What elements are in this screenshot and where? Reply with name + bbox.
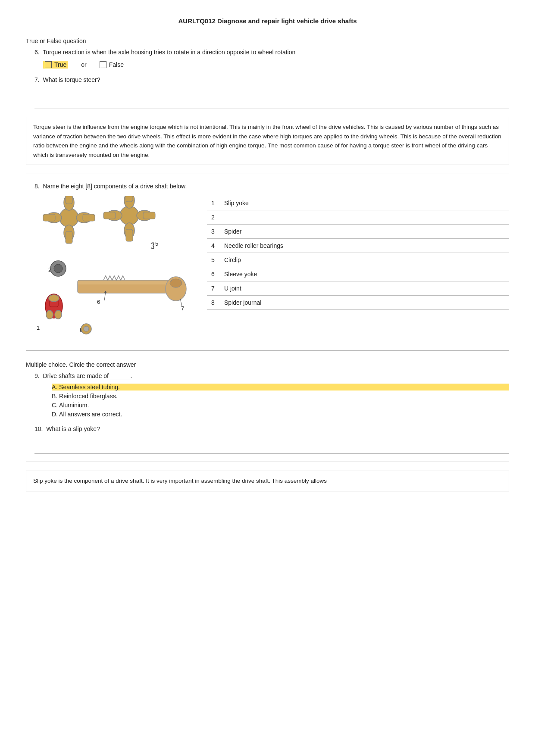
section-tf-label: True or False question	[26, 37, 509, 44]
component-name: Spider journal	[220, 296, 509, 310]
component-name: Slip yoke	[220, 196, 509, 210]
svg-rect-25	[78, 281, 172, 284]
svg-rect-18	[143, 212, 155, 219]
svg-rect-16	[126, 229, 133, 241]
q10-text: 10. What is a slip yoke?	[34, 425, 509, 432]
component-num: 2	[207, 210, 220, 225]
page-title: AURLTQ012 Diagnose and repair light vehi…	[26, 17, 509, 25]
false-label: False	[109, 61, 124, 68]
q9-number: 9.	[34, 372, 40, 379]
table-row: 6Sleeve yoke	[207, 267, 509, 281]
true-label: True	[54, 61, 66, 68]
table-row: 4Needle roller bearings	[207, 239, 509, 253]
svg-rect-5	[66, 196, 72, 204]
drive-shaft-diagram: 3 4 5	[34, 196, 194, 343]
component-name: Spider	[220, 225, 509, 239]
svg-rect-8	[83, 214, 95, 221]
svg-text:6: 6	[97, 299, 100, 305]
svg-point-34	[49, 295, 59, 302]
q6-number: 6.	[34, 49, 40, 56]
svg-rect-6	[66, 231, 72, 244]
component-table: 1Slip yoke23Spider4Needle roller bearing…	[207, 196, 509, 310]
svg-rect-7	[43, 214, 55, 221]
divider-3	[26, 462, 509, 462]
q7-answer-text: Torque steer is the influence from the e…	[33, 124, 501, 158]
q8-text: 8. Name the eight [8] components of a dr…	[34, 183, 509, 190]
table-row: 8Spider journal	[207, 296, 509, 310]
q7-body: What is torque steer?	[43, 76, 100, 83]
component-num: 3	[207, 225, 220, 239]
component-num: 7	[207, 281, 220, 296]
mc-option: B. Reinforced fiberglass.	[52, 393, 509, 400]
q8-container: 3 4 5	[34, 196, 509, 343]
component-num: 4	[207, 239, 220, 253]
q7-number: 7.	[34, 76, 40, 83]
mc-section-label: Multiple choice. Circle the correct answ…	[26, 361, 509, 368]
component-name: Sleeve yoke	[220, 267, 509, 281]
component-num: 6	[207, 267, 220, 281]
true-option[interactable]: True	[43, 61, 68, 69]
q7-text: 7. What is torque steer?	[34, 76, 509, 83]
true-checkbox[interactable]	[45, 61, 52, 68]
svg-point-29	[170, 279, 182, 287]
question-8: 8. Name the eight [8] components of a dr…	[26, 183, 509, 343]
false-checkbox[interactable]	[100, 61, 106, 68]
component-num: 1	[207, 196, 220, 210]
svg-point-23	[54, 264, 63, 273]
component-name: U joint	[220, 281, 509, 296]
q8-body: Name the eight [8] components of a drive…	[43, 183, 187, 190]
component-name: Needle roller bearings	[220, 239, 509, 253]
q9-text: 9. Drive shafts are made of ______.	[34, 372, 509, 379]
or-text: or	[81, 61, 86, 68]
q9-options: A. Seamless steel tubing.B. Reinforced f…	[34, 384, 509, 418]
drive-shaft-svg: 3 4 5	[34, 196, 194, 343]
mc-section: Multiple choice. Circle the correct answ…	[26, 361, 509, 454]
svg-rect-15	[126, 196, 133, 202]
svg-point-36	[55, 310, 62, 319]
mc-option: A. Seamless steel tubing.	[52, 384, 509, 390]
svg-point-10	[120, 206, 139, 225]
component-num: 5	[207, 253, 220, 267]
svg-text:7: 7	[181, 305, 184, 312]
false-option[interactable]: False	[100, 61, 124, 68]
question-6: 6. Torque reaction is when the axle hous…	[26, 49, 509, 69]
table-row: 1Slip yoke	[207, 196, 509, 210]
q6-body: Torque reaction is when the axle housing…	[43, 49, 295, 56]
mc-option: D. All answers are correct.	[52, 411, 509, 418]
svg-point-0	[59, 208, 78, 227]
table-row: 5Circlip	[207, 253, 509, 267]
question-10: 10. What is a slip yoke?	[26, 425, 509, 454]
question-7: 7. What is torque steer?	[26, 76, 509, 109]
component-num: 8	[207, 296, 220, 310]
table-row: 2	[207, 210, 509, 225]
mc-option: C. Aluminium.	[52, 402, 509, 409]
q10-body: What is a slip yoke?	[46, 425, 100, 432]
q10-answer-text: Slip yoke is the component of a drive sh…	[33, 478, 327, 484]
divider-2	[26, 350, 509, 351]
true-false-row: True or False	[43, 61, 509, 69]
svg-point-40	[84, 326, 89, 331]
component-name: Circlip	[220, 253, 509, 267]
component-name	[220, 210, 509, 225]
q9-body: Drive shafts are made of ______.	[43, 372, 132, 379]
svg-rect-17	[103, 212, 116, 219]
svg-text:5: 5	[155, 241, 158, 247]
q10-number: 10.	[34, 425, 43, 432]
table-row: 3Spider	[207, 225, 509, 239]
table-row: 7U joint	[207, 281, 509, 296]
q7-answer-box: Torque steer is the influence from the e…	[26, 117, 509, 165]
q6-text: 6. Torque reaction is when the axle hous…	[34, 49, 509, 56]
svg-text:1: 1	[37, 325, 40, 331]
q10-answer-box: Slip yoke is the component of a drive sh…	[26, 471, 509, 491]
divider-1	[26, 174, 509, 174]
question-9: 9. Drive shafts are made of ______. A. S…	[26, 372, 509, 418]
svg-point-35	[46, 310, 53, 319]
q8-number: 8.	[34, 183, 40, 190]
